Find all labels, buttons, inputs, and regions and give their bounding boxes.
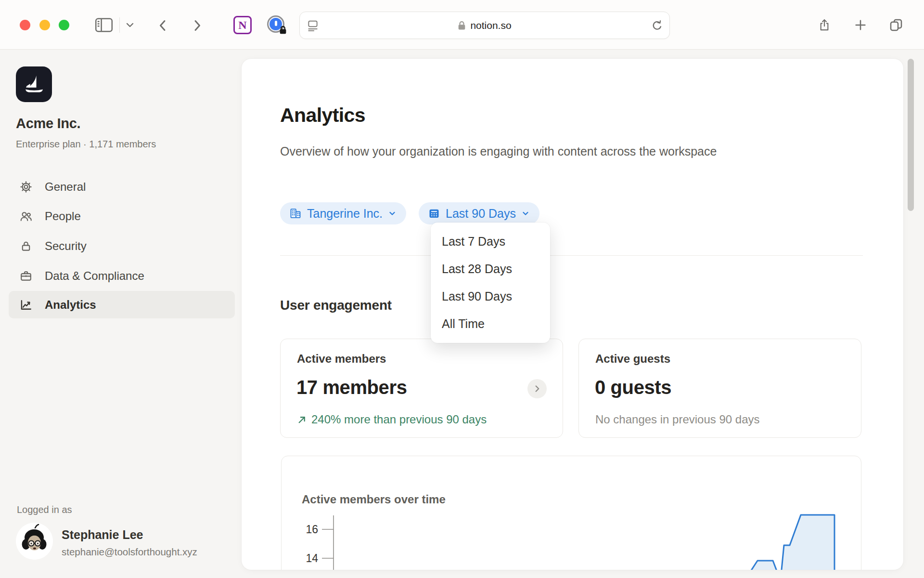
sailboat-icon (21, 71, 47, 97)
forward-icon[interactable] (191, 18, 204, 33)
menu-item-last-28-days[interactable]: Last 28 Days (431, 255, 550, 283)
sidebar-item-label: Analytics (45, 298, 96, 312)
workspace-name: Acme Inc. (16, 116, 80, 131)
chevron-down-icon[interactable] (124, 21, 136, 29)
people-icon (19, 210, 33, 223)
workspace-filter-pill[interactable]: Tangerine Inc. (280, 202, 406, 224)
calendar-icon (428, 207, 440, 220)
tab-overview-icon[interactable] (888, 17, 904, 33)
section-divider (280, 255, 863, 256)
area-chart: 16 14 (282, 456, 862, 570)
workspace-plan-info: Enterprise plan · 1,171 members (16, 139, 156, 150)
tls-lock-icon (458, 21, 466, 30)
avatar-illustration-icon (16, 523, 53, 560)
card-value: 0 guests (595, 377, 671, 398)
sidebar-item-security[interactable]: Security (9, 232, 235, 260)
lock-badge-icon (279, 26, 287, 35)
sidebar-item-label: Data & Compliance (45, 269, 144, 283)
y-tick-14: 14 (306, 552, 318, 565)
active-guests-card: Active guests 0 guests No changes in pre… (578, 339, 861, 438)
menu-item-last-90-days[interactable]: Last 90 Days (431, 283, 550, 310)
briefcase-icon (19, 269, 33, 283)
workspace-filter-label: Tangerine Inc. (307, 207, 383, 221)
chevron-down-icon (521, 207, 530, 220)
sidebar-item-label: Security (45, 239, 87, 253)
account-email: stephanie@toolsforthought.xyz (62, 546, 197, 558)
safari-window: N notion.so (0, 0, 924, 578)
card-delta: No changes in previous 90 days (595, 413, 760, 426)
address-bar[interactable]: notion.so (299, 12, 670, 39)
chevron-right-icon (532, 383, 542, 394)
gear-icon (19, 180, 33, 194)
building-icon (289, 207, 302, 220)
card-title: Active members (297, 352, 386, 366)
trending-chart-icon (19, 298, 33, 312)
sidebar-toggle-icon[interactable] (93, 16, 115, 34)
card-value: 17 members (296, 377, 407, 398)
avatar[interactable] (16, 523, 53, 560)
reload-icon[interactable] (651, 19, 664, 32)
window-zoom-button[interactable] (59, 20, 69, 30)
account-name: Stephanie Lee (62, 528, 143, 542)
chevron-down-icon (388, 207, 397, 220)
sidebar-item-people[interactable]: People (9, 202, 235, 230)
active-members-card: Active members 17 members 240% more than… (280, 339, 563, 438)
new-tab-icon[interactable] (853, 18, 868, 32)
date-range-dropdown-menu: Last 7 Days Last 28 Days Last 90 Days Al… (431, 223, 550, 343)
logged-in-as-label: Logged in as (17, 504, 72, 515)
sidebar-item-analytics[interactable]: Analytics (9, 291, 235, 318)
back-icon[interactable] (156, 18, 169, 33)
sidebar-item-general[interactable]: General (9, 173, 235, 200)
sidebar-item-label: General (45, 180, 86, 194)
lock-icon (19, 239, 33, 253)
y-tick-16: 16 (306, 523, 318, 536)
card-delta: 240% more than previous 90 days (297, 413, 487, 426)
sidebar-item-data-compliance[interactable]: Data & Compliance (9, 262, 235, 289)
notion-extension-icon[interactable]: N (233, 16, 252, 34)
settings-content-panel: Analytics Overview of how your organizat… (242, 59, 903, 570)
url-domain: notion.so (470, 20, 511, 31)
workspace-logo[interactable] (16, 66, 52, 102)
menu-item-all-time[interactable]: All Time (431, 310, 550, 338)
active-members-chart-card: Active members over time 16 14 (281, 456, 861, 570)
share-icon[interactable] (817, 17, 832, 33)
date-range-filter-pill[interactable]: Last 90 Days (419, 202, 539, 224)
page-description: Overview of how your organization is eng… (280, 142, 737, 161)
arrow-up-right-icon (297, 415, 307, 425)
section-title: User engagement (280, 298, 392, 313)
toolbar-divider (119, 17, 120, 33)
window-close-button[interactable] (20, 20, 30, 30)
filter-row: Tangerine Inc. (280, 202, 539, 224)
scrollbar-thumb[interactable] (908, 59, 914, 211)
card-title: Active guests (595, 352, 670, 366)
page-title: Analytics (280, 104, 365, 127)
card-detail-button[interactable] (527, 379, 547, 398)
window-minimize-button[interactable] (39, 20, 50, 30)
sidebar-item-label: People (45, 210, 81, 223)
date-range-filter-label: Last 90 Days (446, 207, 516, 221)
menu-item-last-7-days[interactable]: Last 7 Days (431, 228, 550, 255)
password-manager-extension-icon[interactable] (267, 15, 287, 35)
